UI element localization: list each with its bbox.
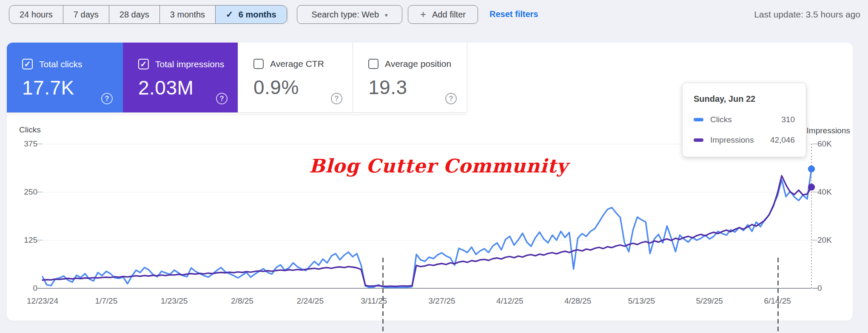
checkbox-checked-icon[interactable]: ✓ [22,59,33,69]
check-icon: ✓ [226,9,233,20]
help-icon[interactable]: ? [216,93,228,104]
date-range-24-hours[interactable]: 24 hours [9,5,63,24]
tooltip-value: 310 [781,115,795,124]
annotation-dashed-line [382,258,384,333]
toolbar-divider [287,7,288,23]
card-average-position[interactable]: Average position 19.3 ? [353,43,467,113]
x-label: 5/29/25 [696,296,723,306]
search-type-dropdown[interactable]: Search type: Web ▾ [297,5,402,24]
series-line-clicks [43,169,811,287]
annotation-dashed-line [777,258,779,333]
metric-cards: ✓ Total clicks 17.7K ? ✓ Total impressio… [7,43,467,113]
card-label: Total clicks [39,59,83,69]
left-tick-0: 0 [7,284,37,293]
x-label: 1/23/25 [161,296,188,306]
checkbox-unchecked-icon[interactable] [368,59,379,69]
tooltip-label: Impressions [710,135,763,145]
x-label: 4/28/25 [564,296,591,306]
checkbox-unchecked-icon[interactable] [253,59,264,69]
reset-filters-link[interactable]: Reset filters [489,9,538,19]
right-tick-0: 0 [817,284,822,293]
add-filter-button[interactable]: + Add filter [408,5,478,24]
x-label: 12/23/24 [27,296,58,306]
clicks-series-color-dash-icon [694,118,703,121]
hover-dot-impressions [808,184,815,190]
date-range-6-months-label: 6 months [239,10,276,20]
left-tick-125: 125 [7,235,37,245]
card-total-impressions[interactable]: ✓ Total impressions 2.03M ? [123,43,238,113]
left-axis-title: Clicks [19,125,41,135]
x-label: 2/24/25 [297,296,324,306]
right-tick-40k: 40K [817,187,832,197]
tooltip-row-clicks: Clicks 310 [694,115,795,124]
help-icon[interactable]: ? [101,93,113,104]
tooltip-row-impressions: Impressions 42,046 [694,135,795,145]
impressions-series-color-dash-icon [694,138,703,142]
right-tick-20k: 20K [817,235,832,245]
right-tick-60k: 60K [817,139,832,149]
card-label: Average position [385,59,451,69]
card-label: Average CTR [270,59,324,69]
add-filter-label: Add filter [432,10,466,20]
search-type-label: Search type: Web [311,10,379,20]
left-tick-375: 375 [7,139,37,149]
card-label: Total impressions [155,59,224,69]
date-range-28-days[interactable]: 28 days [109,5,160,24]
help-icon[interactable]: ? [331,93,342,104]
x-label: 1/7/25 [95,296,117,306]
tooltip-label: Clicks [710,115,774,124]
plus-icon: + [420,9,426,20]
top-toolbar: 24 hours 7 days 28 days 3 months ✓ 6 mon… [0,0,868,30]
x-axis-labels: 12/23/24 1/7/25 1/23/25 2/8/25 2/24/25 3… [43,296,811,307]
cards-bottom-shadow [7,112,467,114]
card-total-clicks[interactable]: ✓ Total clicks 17.7K ? [7,43,123,113]
chevron-down-icon: ▾ [385,12,388,18]
checkbox-checked-icon[interactable]: ✓ [138,59,149,69]
series-line-impressions [43,176,811,287]
card-average-ctr[interactable]: Average CTR 0.9% ? [238,43,353,113]
x-label: 3/27/25 [428,296,455,306]
left-tick-250: 250 [7,187,37,197]
hover-dot-clicks [808,166,815,172]
x-label: 4/12/25 [496,296,523,306]
chart-tooltip: Sunday, Jun 22 Clicks 310 Impressions 42… [682,83,806,157]
date-range-3-months[interactable]: 3 months [159,5,216,24]
x-label: 2/8/25 [231,296,253,306]
x-label: 5/13/25 [628,296,655,306]
date-range-group: 24 hours 7 days 28 days 3 months ✓ 6 mon… [9,5,287,24]
last-update-text: Last update: 3.5 hours ago [754,9,860,20]
date-range-6-months[interactable]: ✓ 6 months [215,5,287,24]
right-axis-title: Impressions [807,126,850,135]
performance-line-chart[interactable] [43,144,811,288]
tooltip-date: Sunday, Jun 22 [694,94,795,104]
date-range-7-days[interactable]: 7 days [63,5,109,24]
help-icon[interactable]: ? [445,93,457,104]
tooltip-value: 42,046 [770,135,795,145]
